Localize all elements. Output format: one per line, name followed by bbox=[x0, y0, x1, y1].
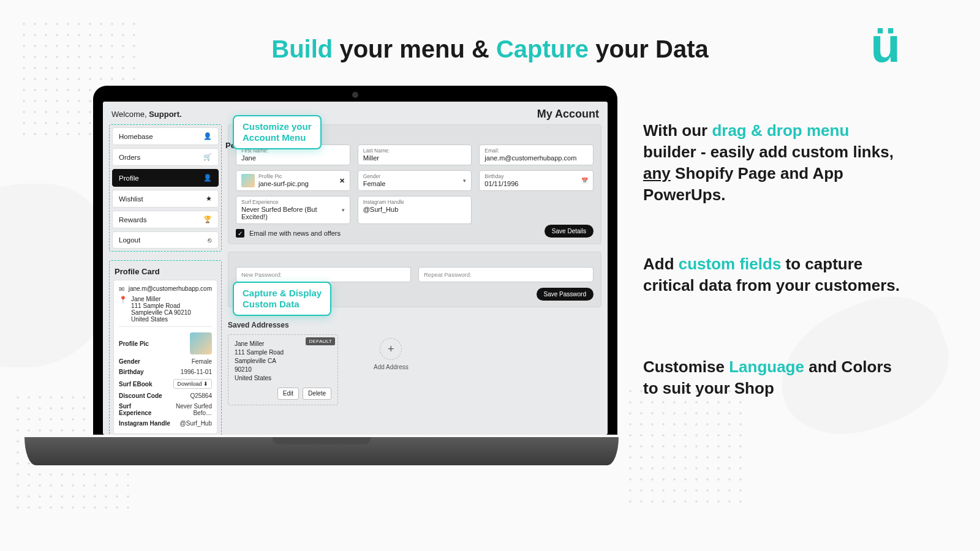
chevron-down-icon: ▾ bbox=[342, 207, 345, 213]
profile-row: Discount CodeQ25864 bbox=[119, 391, 212, 401]
news-label: Email me with news and offers bbox=[249, 230, 341, 237]
chevron-down-icon: ▾ bbox=[463, 178, 466, 184]
email-field[interactable]: Email:jane.m@customerhubapp.com bbox=[479, 144, 594, 165]
avatar bbox=[190, 332, 212, 354]
last-name-field[interactable]: Last Name:Miller bbox=[358, 144, 472, 165]
marketing-copy-1: With our drag & drop menu builder - easi… bbox=[643, 120, 902, 206]
profile-addr: Sampleville CA 90210 bbox=[131, 309, 191, 316]
thumb-icon bbox=[241, 174, 255, 187]
profile-row: Instagram Handle@Surf_Hub bbox=[119, 418, 212, 429]
user-icon: 👤 bbox=[203, 174, 212, 182]
cart-icon: 🛒 bbox=[203, 153, 212, 161]
webcam-icon bbox=[352, 92, 358, 98]
profile-pic-field[interactable]: Profile Picjane-surf-pic.png✕ bbox=[236, 170, 350, 191]
pin-icon: 📍 bbox=[119, 296, 127, 304]
download-button[interactable]: Download ⬇ bbox=[173, 379, 212, 389]
nav-wishlist[interactable]: Wishlist★ bbox=[112, 190, 219, 208]
addresses-section: Saved Addresses DEFAULT Jane Miller 111 … bbox=[228, 315, 601, 411]
profile-name: Jane Miller bbox=[131, 296, 191, 302]
user-icon: 👤 bbox=[203, 132, 212, 140]
profile-pic-label: Profile Pic bbox=[119, 340, 149, 347]
repeat-password-field[interactable]: Repeat Password: bbox=[418, 267, 594, 282]
address-card: DEFAULT Jane Miller 111 Sample Road Samp… bbox=[228, 334, 338, 405]
add-address-label: Add Address bbox=[374, 364, 409, 370]
save-password-button[interactable]: Save Password bbox=[537, 288, 594, 301]
news-checkbox[interactable]: ✓ bbox=[236, 229, 244, 238]
callout-menu: Customize yourAccount Menu bbox=[233, 115, 322, 149]
nav-orders[interactable]: Orders🛒 bbox=[112, 148, 219, 166]
gender-select[interactable]: GenderFemale▾ bbox=[358, 170, 472, 191]
profile-card-title: Profile Card bbox=[113, 264, 217, 280]
logout-icon: ⎋ bbox=[208, 236, 212, 244]
surf-exp-select[interactable]: Surf ExperienceNever Surfed Before (But … bbox=[236, 196, 350, 224]
instagram-field[interactable]: Instagram Handle@Surf_Hub bbox=[358, 196, 472, 224]
nav-profile[interactable]: Profile👤 bbox=[112, 169, 219, 187]
delete-address-button[interactable]: Delete bbox=[303, 388, 331, 400]
calendar-icon: 📅 bbox=[581, 178, 588, 184]
profile-addr: United States bbox=[131, 316, 191, 323]
new-password-field[interactable]: New Password: bbox=[236, 267, 411, 282]
nav-logout[interactable]: Logout⎋ bbox=[112, 231, 219, 249]
profile-email: jane.m@customerhubapp.com bbox=[129, 285, 212, 292]
profile-row: GenderFemale bbox=[119, 356, 212, 367]
edit-address-button[interactable]: Edit bbox=[277, 388, 299, 400]
star-icon: ★ bbox=[206, 195, 212, 203]
profile-addr: 111 Sample Road bbox=[131, 302, 191, 309]
laptop-mockup: Welcome, Support. My Account Homebase👤 O… bbox=[24, 86, 619, 465]
birthday-field[interactable]: Birthday01/11/1996📅 bbox=[479, 170, 594, 191]
nav-homebase[interactable]: Homebase👤 bbox=[112, 127, 219, 145]
marketing-copy-2: Add custom fields to capture critical da… bbox=[643, 253, 902, 296]
nav-rewards[interactable]: Rewards🏆 bbox=[112, 211, 219, 228]
welcome-text: Welcome, Support. bbox=[111, 110, 182, 119]
profile-card: Profile Card ✉jane.m@customerhubapp.com … bbox=[109, 260, 222, 435]
account-menu: Homebase👤 Orders🛒 Profile👤 Wishlist★ Rew… bbox=[109, 124, 222, 252]
callout-data: Capture & DisplayCustom Data bbox=[233, 282, 331, 316]
profile-row: Surf ExperienceNever Surfed Befo… bbox=[119, 401, 212, 418]
profile-row: Birthday1996-11-01 bbox=[119, 367, 212, 377]
save-details-button[interactable]: Save Details bbox=[545, 225, 594, 238]
section-title: Saved Addresses bbox=[228, 321, 601, 329]
page-title: My Account bbox=[537, 108, 599, 121]
clear-file-icon[interactable]: ✕ bbox=[339, 177, 345, 185]
default-badge: DEFAULT bbox=[306, 337, 335, 345]
mail-icon: ✉ bbox=[119, 285, 125, 293]
marketing-copy-3: Customise Language and Colors to suit yo… bbox=[643, 356, 902, 399]
add-address-button[interactable]: + bbox=[380, 338, 402, 360]
profile-row: Surf EBookDownload ⬇ bbox=[119, 377, 212, 391]
trophy-icon: 🏆 bbox=[203, 216, 212, 223]
hero-headline: Build your menu & Capture your Data bbox=[0, 36, 980, 63]
